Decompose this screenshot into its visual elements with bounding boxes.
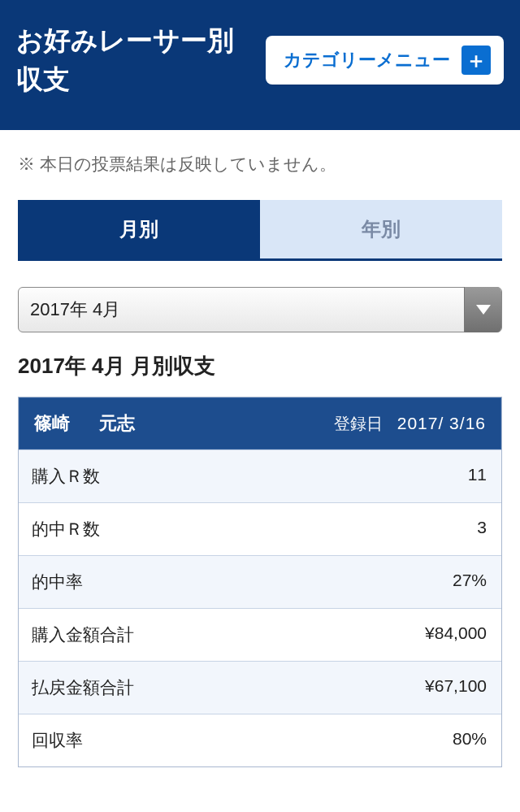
- row-value: ¥67,100: [181, 662, 501, 714]
- row-value: 27%: [181, 556, 501, 608]
- registration-date: 2017/ 3/16: [397, 414, 486, 433]
- table-row: 回収率 80%: [19, 714, 501, 766]
- racer-first-name: 元志: [99, 411, 334, 436]
- registration-label: 登録日: [334, 413, 383, 435]
- table-row: 的中率 27%: [19, 555, 501, 608]
- balance-table: 篠崎 元志 登録日 2017/ 3/16 購入Ｒ数 11 的中Ｒ数 3 的中率 …: [18, 397, 502, 767]
- section-title: 2017年 4月 月別収支: [18, 352, 502, 380]
- period-select-value: 2017年 4月: [19, 297, 120, 322]
- table-row: 購入金額合計 ¥84,000: [19, 608, 501, 661]
- category-menu-label: カテゴリーメニュー: [284, 48, 450, 72]
- row-label: 払戻金額合計: [19, 662, 181, 714]
- table-row: 的中Ｒ数 3: [19, 502, 501, 555]
- tab-yearly[interactable]: 年別: [260, 200, 502, 258]
- tab-bar: 月別 年別: [18, 200, 502, 261]
- table-row: 払戻金額合計 ¥67,100: [19, 661, 501, 714]
- row-label: 購入Ｒ数: [19, 450, 181, 502]
- chevron-down-icon: [464, 287, 501, 332]
- row-value: 11: [181, 450, 501, 502]
- racer-header: 篠崎 元志 登録日 2017/ 3/16: [19, 397, 501, 449]
- row-value: 3: [181, 503, 501, 555]
- svg-marker-0: [476, 305, 491, 315]
- row-value: ¥84,000: [181, 609, 501, 661]
- tab-monthly[interactable]: 月別: [18, 200, 260, 258]
- period-select-wrap: 2017年 4月: [18, 287, 502, 332]
- page-header: お好みレーサー別収支 カテゴリーメニュー ＋: [0, 0, 520, 130]
- row-value: 80%: [181, 714, 501, 766]
- category-menu-button[interactable]: カテゴリーメニュー ＋: [266, 36, 504, 85]
- row-label: 購入金額合計: [19, 609, 181, 661]
- row-label: 的中率: [19, 556, 181, 608]
- table-row: 購入Ｒ数 11: [19, 449, 501, 502]
- racer-last-name: 篠崎: [34, 411, 70, 436]
- row-label: 回収率: [19, 714, 181, 766]
- row-label: 的中Ｒ数: [19, 503, 181, 555]
- plus-icon: ＋: [462, 46, 491, 75]
- notice-text: ※ 本日の投票結果は反映していません。: [0, 130, 520, 200]
- page-title: お好みレーサー別収支: [16, 21, 266, 99]
- period-select[interactable]: 2017年 4月: [18, 287, 502, 332]
